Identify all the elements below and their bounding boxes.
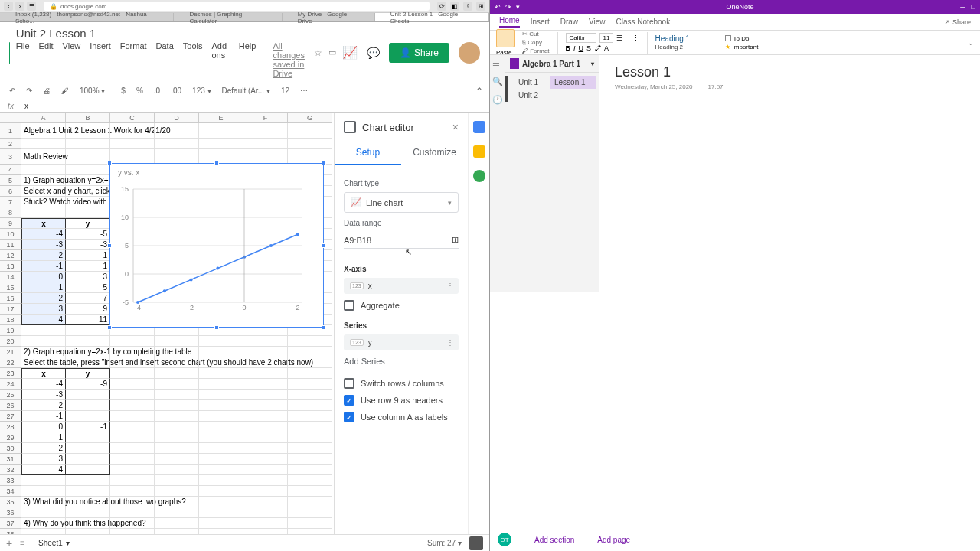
col-D[interactable]: D xyxy=(155,113,199,123)
dec-less-icon[interactable]: .0 xyxy=(151,85,163,96)
undo-icon[interactable]: ↶ xyxy=(495,3,501,11)
share-button[interactable]: 👤 Share xyxy=(389,43,449,63)
paint-icon[interactable]: 🖌 xyxy=(58,85,72,96)
currency-icon[interactable]: $ xyxy=(118,85,129,96)
heading1-style[interactable]: Heading 1 xyxy=(655,34,709,43)
expand-ribbon[interactable]: ⌄ xyxy=(968,39,974,47)
underline-icon[interactable]: U xyxy=(579,44,584,52)
explore-icon[interactable]: 📈 xyxy=(342,45,358,60)
use-row-checkbox[interactable]: ✓Use row 9 as headers xyxy=(344,395,459,406)
share-icon[interactable]: ⇪ xyxy=(463,2,472,11)
aggregate-checkbox[interactable]: Aggregate xyxy=(344,300,459,311)
page-lesson1[interactable]: Lesson 1 xyxy=(550,76,596,89)
menu-tools[interactable]: Tools xyxy=(183,41,203,78)
sum-display[interactable]: Sum: 27 ▾ xyxy=(427,539,462,547)
add-sheet[interactable]: + xyxy=(6,537,12,549)
tag-todo[interactable]: To Do xyxy=(725,35,779,42)
user-avatar[interactable] xyxy=(459,42,480,64)
maximize-icon[interactable]: □ xyxy=(972,3,975,11)
font-color-icon[interactable]: A xyxy=(604,44,609,52)
add-page-button[interactable]: Add page xyxy=(597,536,630,544)
italic-icon[interactable]: I xyxy=(573,44,576,52)
recent-icon[interactable]: 🕐 xyxy=(492,95,503,106)
section-unit1[interactable]: Unit 1 xyxy=(505,76,550,89)
highlight-icon[interactable]: 🖍 xyxy=(594,44,601,52)
url-bar[interactable]: 🔒 docs.google.com xyxy=(44,2,430,11)
calendar-icon[interactable] xyxy=(473,121,485,133)
comments-icon[interactable]: 💬 xyxy=(367,47,380,59)
tab-drive[interactable]: My Drive - Google Drive xyxy=(283,13,375,21)
more-icon[interactable]: ⋯ xyxy=(297,85,311,96)
copy-btn[interactable]: ⎘ Copy xyxy=(522,39,550,46)
grid-icon[interactable]: ⊞ xyxy=(452,235,459,245)
print-icon[interactable]: 🖨 xyxy=(40,85,54,96)
bullets-icon[interactable]: ☰ xyxy=(616,34,622,42)
zoom-select[interactable]: 100% ▾ xyxy=(77,85,108,96)
col-B[interactable]: B xyxy=(66,113,110,123)
menu-view[interactable]: View xyxy=(63,41,81,78)
all-sheets[interactable]: ≡ xyxy=(20,539,24,547)
reload[interactable]: ⟳ xyxy=(437,2,446,11)
menu-insert[interactable]: Insert xyxy=(90,41,111,78)
tab-sheets[interactable]: Unit 2 Lesson 1 - Google Sheets xyxy=(375,13,489,21)
data-range-input[interactable]: A9:B18 ⊞ xyxy=(344,232,459,249)
nav-toggle-icon[interactable]: ☰ xyxy=(492,58,503,69)
use-col-checkbox[interactable]: ✓Use column A as labels xyxy=(344,412,459,422)
menu-addons[interactable]: Add-ons xyxy=(212,41,230,78)
menu-file[interactable]: File xyxy=(16,41,30,78)
bold-icon[interactable]: B xyxy=(566,44,571,52)
col-E[interactable]: E xyxy=(199,113,243,123)
user-avatar[interactable]: OT xyxy=(498,533,511,546)
col-F[interactable]: F xyxy=(243,113,288,123)
nav-sidebar[interactable]: ☰ xyxy=(27,2,36,11)
nav-back[interactable]: ‹ xyxy=(4,2,13,11)
sheet-tab[interactable]: Sheet1 ▾ xyxy=(32,539,76,547)
undo-icon[interactable]: ↶ xyxy=(6,85,18,96)
tab-customize[interactable]: Customize xyxy=(401,141,468,165)
numbers-icon[interactable]: ⋮⋮ xyxy=(626,34,639,42)
menu-data[interactable]: Data xyxy=(156,41,174,78)
section-unit2[interactable]: Unit 2 xyxy=(505,89,550,102)
tab-insert[interactable]: Insert xyxy=(531,18,550,26)
tab-home[interactable]: Home xyxy=(499,16,520,28)
page-title[interactable]: Lesson 1 xyxy=(615,64,965,80)
tab-desmos[interactable]: Desmos | Graphing Calculator xyxy=(174,13,282,21)
explore-button[interactable] xyxy=(469,536,483,550)
embedded-chart[interactable]: y vs. x 15 10 5 0 -5 -4 xyxy=(109,163,324,328)
tag-important[interactable]: ★Important xyxy=(725,44,779,51)
switch-rows-checkbox[interactable]: Switch rows / columns xyxy=(344,378,459,389)
share-button[interactable]: ↗ Share xyxy=(944,18,971,26)
notebook-header[interactable]: Algebra 1 Part 1 ▾ xyxy=(505,55,599,73)
reader-icon[interactable]: ◧ xyxy=(450,2,459,11)
tabs-icon[interactable]: ⊞ xyxy=(476,2,485,11)
chart-type-select[interactable]: 📈 Line chart xyxy=(344,192,459,213)
formula-input[interactable]: x xyxy=(21,102,31,110)
redo-icon[interactable]: ↷ xyxy=(505,3,511,11)
tab-class[interactable]: Class Notebook xyxy=(616,18,671,26)
add-section-button[interactable]: Add section xyxy=(534,536,574,544)
paste-icon[interactable] xyxy=(496,29,514,47)
tasks-icon[interactable] xyxy=(473,170,485,182)
cut-btn[interactable]: ✂ Cut xyxy=(522,31,550,37)
font-size[interactable]: 12 xyxy=(278,85,292,96)
font-size[interactable]: 11 xyxy=(599,33,613,43)
search-icon[interactable]: 🔍 xyxy=(492,77,503,87)
close-icon[interactable]: × xyxy=(452,121,459,133)
series-chip[interactable]: 123y⋮ xyxy=(344,334,459,350)
menu-format[interactable]: Format xyxy=(120,41,147,78)
font-select[interactable]: Default (Ar... ▾ xyxy=(219,85,273,96)
keep-icon[interactable] xyxy=(473,145,485,158)
tab-setup[interactable]: Setup xyxy=(335,141,401,165)
redo-icon[interactable]: ↷ xyxy=(23,85,35,96)
tab-view[interactable]: View xyxy=(589,18,606,26)
dec-more-icon[interactable]: .00 xyxy=(168,85,185,96)
page-canvas[interactable]: Lesson 1 Wednesday, March 25, 2020 17:57 xyxy=(599,55,980,292)
heading2-style[interactable]: Heading 2 xyxy=(655,44,709,51)
format-btn[interactable]: 🖌 Format xyxy=(522,47,550,54)
tab-draw[interactable]: Draw xyxy=(560,18,578,26)
add-series[interactable]: Add Series xyxy=(344,350,459,372)
nav-fwd[interactable]: › xyxy=(15,2,24,11)
col-G[interactable]: G xyxy=(288,113,332,123)
menu-help[interactable]: Help xyxy=(239,41,256,78)
minimize-icon[interactable]: ─ xyxy=(960,3,965,11)
